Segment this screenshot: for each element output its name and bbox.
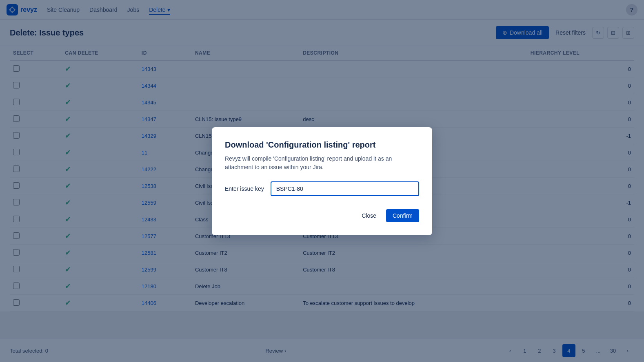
confirm-button[interactable]: Confirm: [386, 209, 419, 222]
modal-description: Revyz will compile 'Configuration listin…: [225, 155, 419, 172]
modal-title: Download 'Configuration listing' report: [225, 140, 419, 150]
issue-key-label: Enter issue key: [225, 185, 264, 192]
download-report-modal: Download 'Configuration listing' report …: [212, 127, 432, 235]
issue-key-input[interactable]: [271, 181, 419, 196]
close-modal-button[interactable]: Close: [355, 209, 383, 222]
modal-overlay: Download 'Configuration listing' report …: [0, 0, 644, 311]
modal-actions: Close Confirm: [225, 209, 419, 222]
modal-field-group: Enter issue key: [225, 181, 419, 196]
